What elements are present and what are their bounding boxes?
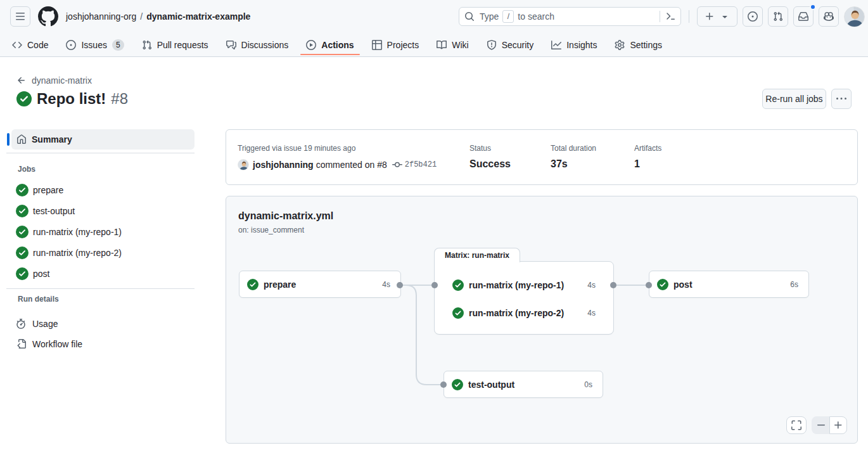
git-pull-request-icon <box>773 11 783 22</box>
breadcrumb: joshjohanning-org / dynamic-matrix-examp… <box>66 11 250 22</box>
workflow-trigger: on: issue_comment <box>238 226 304 234</box>
page: joshjohanning-org / dynamic-matrix-examp… <box>0 0 868 455</box>
issues-button[interactable] <box>743 6 763 27</box>
tab-settings[interactable]: Settings <box>609 33 668 56</box>
global-header: joshjohanning-org / dynamic-matrix-examp… <box>0 0 868 33</box>
node-duration: 4s <box>587 281 596 290</box>
workflow-file-name: dynamic-matrix.yml <box>238 210 333 222</box>
graph-node-prepare[interactable]: prepare 4s <box>239 271 401 298</box>
copilot-button[interactable] <box>819 6 839 27</box>
arrow-left-icon <box>16 75 27 86</box>
github-logo[interactable] <box>38 6 58 27</box>
breadcrumb-repo[interactable]: dynamic-matrix-example <box>146 11 250 22</box>
tab-discussions[interactable]: Discussions <box>220 33 295 56</box>
tab-issues[interactable]: Issues 5 <box>60 33 129 56</box>
search-input[interactable]: Type / to search <box>459 7 681 26</box>
sidebar-divider <box>6 288 195 289</box>
sidebar-job-run-matrix-2[interactable]: run-matrix (my-repo-2) <box>6 242 195 263</box>
sidebar-item-workflow-file[interactable]: Workflow file <box>6 334 195 354</box>
tab-label: Actions <box>321 40 354 50</box>
sidebar-job-test-output[interactable]: test-output <box>6 200 195 221</box>
tab-security[interactable]: Security <box>481 33 540 56</box>
fullscreen-button[interactable] <box>786 416 807 434</box>
artifacts-column: Artifacts 1 <box>634 143 661 184</box>
actor-avatar[interactable] <box>238 159 249 170</box>
repo-nav: Code Issues 5 Pull requests Discussions … <box>0 33 868 57</box>
node-label: run-matrix (my-repo-1) <box>469 280 587 290</box>
run-sidebar: Summary Jobs prepare test-output run-mat… <box>6 129 195 354</box>
node-label: test-output <box>468 380 584 390</box>
pull-requests-button[interactable] <box>768 6 788 27</box>
back-to-workflow-link[interactable]: dynamic-matrix <box>16 75 92 86</box>
rerun-all-jobs-button[interactable]: Re-run all jobs <box>762 89 826 109</box>
node-duration: 6s <box>790 280 798 289</box>
trigger-actor-row: joshjohanning commented on #8 2f5b421 <box>238 159 469 170</box>
node-label: post <box>673 279 790 290</box>
search-inner-divider <box>660 11 660 22</box>
hamburger-menu-button[interactable] <box>10 6 30 27</box>
run-menu-button[interactable] <box>831 89 852 109</box>
sidebar-job-run-matrix-1[interactable]: run-matrix (my-repo-1) <box>6 221 195 242</box>
repo-nav-tabs: Code Issues 5 Pull requests Discussions … <box>6 33 668 56</box>
graph-controls <box>786 416 847 434</box>
sidebar-job-prepare[interactable]: prepare <box>6 179 195 200</box>
duration-value: 37s <box>551 158 634 170</box>
run-title-row: Repo list! #8 <box>16 90 128 108</box>
node-success-icon <box>657 279 668 290</box>
job-label: test-output <box>33 206 75 216</box>
tab-wiki[interactable]: Wiki <box>431 33 474 56</box>
play-icon <box>306 40 316 50</box>
tab-pull-requests[interactable]: Pull requests <box>136 33 214 56</box>
search-icon <box>464 11 475 22</box>
code-icon <box>12 40 22 50</box>
tab-code[interactable]: Code <box>6 33 54 56</box>
node-duration: 4s <box>587 309 596 317</box>
node-duration: 0s <box>584 380 592 389</box>
actor-login[interactable]: joshjohanning <box>253 160 314 170</box>
command-palette-icon[interactable] <box>665 11 675 22</box>
git-pull-request-icon <box>142 40 152 50</box>
three-bars-icon <box>15 11 25 22</box>
job-success-icon <box>16 226 29 238</box>
node-label: prepare <box>264 279 382 290</box>
tab-projects[interactable]: Projects <box>366 33 425 56</box>
sidebar-divider <box>6 153 195 153</box>
breadcrumb-org[interactable]: joshjohanning-org <box>66 11 136 22</box>
sidebar-item-usage[interactable]: Usage <box>6 314 195 334</box>
graph-node-post[interactable]: post 6s <box>649 271 809 298</box>
tab-insights[interactable]: Insights <box>546 33 603 56</box>
graph-node-run-matrix-2[interactable]: run-matrix (my-repo-2) 4s <box>435 302 613 324</box>
plus-icon <box>833 420 843 430</box>
job-label: post <box>33 269 49 279</box>
duration-column: Total duration 37s <box>551 143 634 184</box>
tab-label: Wiki <box>452 40 468 50</box>
header-divider <box>689 10 689 23</box>
home-icon <box>16 134 27 144</box>
node-success-icon <box>247 279 258 290</box>
matrix-group: Matrix: run-matrix run-matrix (my-repo-1… <box>434 261 614 335</box>
create-new-button[interactable] <box>697 6 737 27</box>
caret-down-icon <box>720 11 730 22</box>
sidebar-job-post[interactable]: post <box>6 263 195 284</box>
graph-icon <box>551 40 561 50</box>
zoom-out-button[interactable] <box>812 416 829 434</box>
status-label: Status <box>469 143 551 153</box>
node-label: run-matrix (my-repo-2) <box>469 308 587 318</box>
graph-node-run-matrix-1[interactable]: run-matrix (my-repo-1) 4s <box>435 274 613 297</box>
sidebar-item-summary[interactable]: Summary <box>11 129 195 150</box>
unread-notification-dot <box>810 4 816 10</box>
github-mark-icon <box>38 6 58 27</box>
issues-counter-badge: 5 <box>112 39 124 51</box>
matrix-group-label: Matrix: run-matrix <box>434 248 520 262</box>
trigger-label: Triggered via issue 19 minutes ago <box>238 143 469 153</box>
zoom-in-button[interactable] <box>829 416 847 434</box>
graph-node-test-output[interactable]: test-output 0s <box>444 371 603 398</box>
trigger-action: commented on #8 <box>316 160 387 170</box>
tab-actions[interactable]: Actions <box>300 33 359 56</box>
commit-sha-link[interactable]: 2f5b421 <box>405 160 437 169</box>
job-success-icon <box>16 205 29 217</box>
user-avatar[interactable] <box>844 6 865 27</box>
trigger-info: Triggered via issue 19 minutes ago joshj… <box>238 143 469 184</box>
book-icon <box>437 40 447 50</box>
kebab-icon <box>836 94 846 104</box>
